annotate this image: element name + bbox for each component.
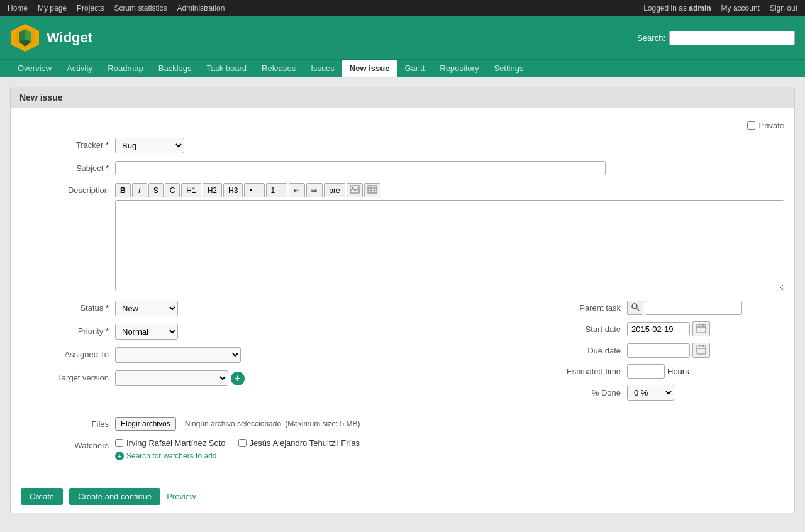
svg-point-12 xyxy=(632,304,637,309)
h3-button[interactable]: H3 xyxy=(223,183,243,197)
calendar-icon xyxy=(696,323,706,333)
parent-task-label: Parent task xyxy=(545,303,627,313)
watcher-item-1[interactable]: Jesús Alejandro Tehuitzil Frías xyxy=(238,438,360,448)
due-date-input[interactable] xyxy=(627,343,690,358)
watcher-checkbox-1[interactable] xyxy=(238,439,247,447)
watcher-checkbox-0[interactable] xyxy=(115,439,123,447)
tab-roadmap[interactable]: Roadmap xyxy=(100,60,150,77)
search-input[interactable] xyxy=(669,31,795,45)
search-watchers-link[interactable]: + Search for watchers to add xyxy=(115,452,784,460)
svg-rect-18 xyxy=(697,346,706,354)
priority-select[interactable]: Low Normal High Urgent xyxy=(115,324,178,340)
image-icon xyxy=(350,185,360,194)
preview-link[interactable]: Preview xyxy=(167,492,196,501)
h1-button[interactable]: H1 xyxy=(181,183,201,197)
private-row: Private xyxy=(21,121,784,130)
table-button[interactable] xyxy=(364,183,380,197)
align-left-button[interactable]: ⇤ xyxy=(289,183,305,197)
watcher-item-0[interactable]: Irving Rafael Martínez Soto xyxy=(115,438,226,448)
estimated-time-input[interactable] xyxy=(627,364,665,379)
ol-button[interactable]: 1— xyxy=(266,183,288,197)
table-icon xyxy=(367,185,377,194)
tab-new-issue[interactable]: New issue xyxy=(342,60,397,77)
search-area: Search: xyxy=(637,31,795,45)
page-header: Widget Search: xyxy=(0,16,805,59)
description-control: B I S C H1 H2 H3 •— 1— ⇤ ⇨ pre xyxy=(115,183,784,293)
tab-releases[interactable]: Releases xyxy=(254,60,303,77)
tab-issues[interactable]: Issues xyxy=(303,60,342,77)
subject-label: Subject * xyxy=(21,161,115,173)
new-issue-card: New issue Private Tracker * Bug Feat xyxy=(10,87,795,513)
form-title: New issue xyxy=(11,87,794,108)
nav-home[interactable]: Home xyxy=(8,4,28,13)
description-label: Description xyxy=(21,183,115,195)
tracker-select[interactable]: Bug Feature Support xyxy=(115,138,184,153)
tab-taskboard[interactable]: Task board xyxy=(199,60,254,77)
assigned-label: Assigned To xyxy=(21,347,115,359)
form-left-column: Status * New In Progress Resolved Closed xyxy=(21,301,533,407)
files-control: Elegir archivos Ningún archivo seleccion… xyxy=(115,417,784,431)
assigned-select[interactable] xyxy=(115,347,241,363)
subject-input[interactable] xyxy=(115,161,606,175)
svg-rect-14 xyxy=(697,324,706,333)
tab-activity[interactable]: Activity xyxy=(59,60,100,77)
search-watchers-text: Search for watchers to add xyxy=(126,452,216,460)
watcher-name-1: Jesús Alejandro Tehuitzil Frías xyxy=(250,438,360,448)
private-checkbox[interactable] xyxy=(747,121,755,130)
priority-row: Priority * Low Normal High Urgent xyxy=(21,324,533,340)
tab-settings[interactable]: Settings xyxy=(486,60,531,77)
tab-repository[interactable]: Repository xyxy=(432,60,486,77)
strike-button[interactable]: S xyxy=(148,183,164,197)
priority-label: Priority * xyxy=(21,324,115,336)
due-date-row: Due date xyxy=(545,343,784,358)
private-label[interactable]: Private xyxy=(747,121,784,130)
target-version-select[interactable] xyxy=(115,370,228,386)
ul-button[interactable]: •— xyxy=(244,183,264,197)
start-date-input[interactable] xyxy=(627,322,690,336)
italic-button[interactable]: I xyxy=(132,183,147,197)
priority-control: Low Normal High Urgent xyxy=(115,324,533,340)
target-version-control: + xyxy=(115,370,533,386)
project-navigation: Overview Activity Roadmap Backlogs Task … xyxy=(0,59,805,77)
files-label: Files xyxy=(21,417,115,429)
subject-control xyxy=(115,161,784,175)
status-select[interactable]: New In Progress Resolved Closed xyxy=(115,301,178,316)
nav-administration[interactable]: Administration xyxy=(177,4,225,13)
status-label: Status * xyxy=(21,301,115,313)
pre-button[interactable]: pre xyxy=(324,183,345,197)
parent-task-search-btn[interactable] xyxy=(627,301,643,315)
add-version-button[interactable]: + xyxy=(231,372,245,385)
tab-overview[interactable]: Overview xyxy=(10,60,59,77)
code-button[interactable]: C xyxy=(165,183,180,197)
start-date-label: Start date xyxy=(545,324,627,334)
choose-files-button[interactable]: Elegir archivos xyxy=(115,417,176,431)
percent-done-select[interactable]: 0 % 10 % 20 % 30 % 40 % 50 % 60 % 70 % 8… xyxy=(627,385,674,401)
description-textarea[interactable] xyxy=(115,200,784,291)
tab-gantt[interactable]: Gantt xyxy=(397,60,432,77)
target-version-label: Target version xyxy=(21,370,115,382)
bold-button[interactable]: B xyxy=(115,183,131,197)
align-center-button[interactable]: ⇨ xyxy=(306,183,323,197)
sign-out-link[interactable]: Sign out xyxy=(770,4,797,13)
start-date-control xyxy=(627,321,710,336)
tab-backlogs[interactable]: Backlogs xyxy=(151,60,199,77)
start-date-calendar-btn[interactable] xyxy=(692,321,710,336)
image-button[interactable] xyxy=(347,183,363,197)
logo-area: Widget xyxy=(10,23,92,53)
create-continue-button[interactable]: Create and continue xyxy=(69,488,160,505)
h2-button[interactable]: H2 xyxy=(203,183,222,197)
nav-projects[interactable]: Projects xyxy=(77,4,104,13)
watcher-checkboxes: Irving Rafael Martínez Soto Jesús Alejan… xyxy=(115,438,784,448)
my-account-link[interactable]: My account xyxy=(721,4,760,13)
top-navigation: Home My page Projects Scrum statistics A… xyxy=(0,0,805,16)
parent-task-input[interactable] xyxy=(645,301,742,315)
nav-scrum[interactable]: Scrum statistics xyxy=(114,4,167,13)
watchers-label: Watchers xyxy=(21,438,115,450)
percent-done-control: 0 % 10 % 20 % 30 % 40 % 50 % 60 % 70 % 8… xyxy=(627,385,674,401)
status-control: New In Progress Resolved Closed xyxy=(115,301,533,316)
due-date-calendar-btn[interactable] xyxy=(692,343,710,358)
create-button[interactable]: Create xyxy=(21,488,63,505)
description-toolbar: B I S C H1 H2 H3 •— 1— ⇤ ⇨ pre xyxy=(115,183,784,197)
nav-mypage[interactable]: My page xyxy=(38,4,67,13)
search-icon xyxy=(631,302,640,311)
